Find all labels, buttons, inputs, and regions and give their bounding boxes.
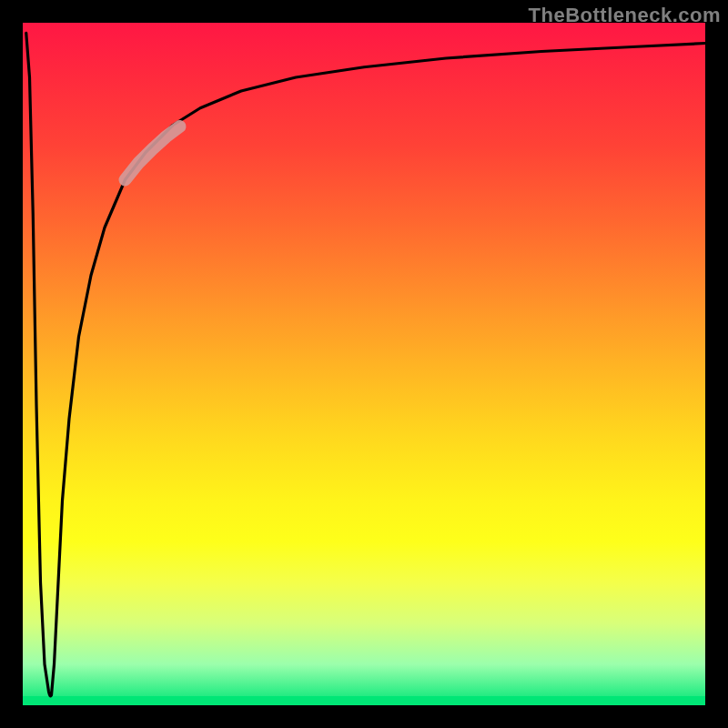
watermark: TheBottleneck.com <box>529 4 721 27</box>
green-baseline <box>23 696 705 705</box>
plot-area <box>23 23 705 705</box>
chart-stage: TheBottleneck.com <box>0 0 728 728</box>
